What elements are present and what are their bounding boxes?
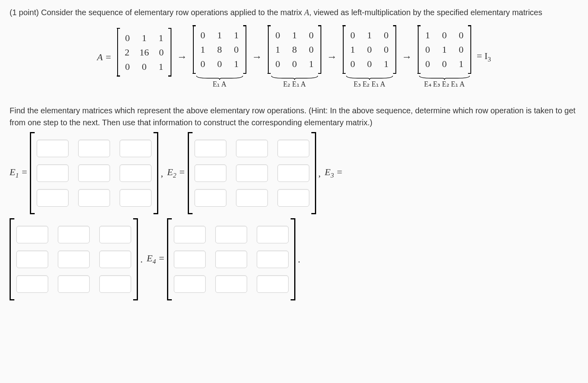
e1-cell-1-2[interactable]	[120, 164, 151, 182]
arrow-icon: →	[327, 51, 337, 63]
e2-cell-0-1[interactable]	[236, 140, 268, 157]
e3-cell-1-2[interactable]	[99, 251, 131, 268]
e3-cell-2-1[interactable]	[58, 275, 90, 293]
matrix-A-symbol: A	[304, 8, 309, 17]
e1-cell-0-1[interactable]	[78, 140, 110, 157]
e4-cell-0-2[interactable]	[257, 226, 289, 243]
e4-cell-1-1[interactable]	[215, 251, 247, 268]
e2-cell-2-0[interactable]	[195, 189, 226, 207]
e4-cell-1-0[interactable]	[174, 251, 206, 268]
matrix-step-0: 011 2160 001	[117, 28, 171, 86]
underbrace-label-1: E₁ A	[196, 75, 244, 89]
e4-cell-0-1[interactable]	[215, 226, 247, 243]
equation-row: A = 011 2160 001 → 011 180 001 E₁ A → 01…	[10, 26, 578, 89]
e4-cell-2-0[interactable]	[174, 275, 206, 293]
arrow-icon: →	[252, 51, 262, 63]
e2-cell-0-0[interactable]	[195, 140, 226, 157]
matrix-step-2: 010 180 001 E₂ E₁ A	[268, 26, 321, 89]
e2-cell-1-2[interactable]	[277, 164, 309, 182]
arrow-icon: →	[177, 51, 187, 63]
e2-cell-0-2[interactable]	[277, 140, 309, 157]
e4-cell-1-2[interactable]	[257, 251, 289, 268]
hint-text: Find the elementary matrices which repre…	[10, 105, 578, 128]
points-label: (1 point)	[10, 8, 41, 17]
e3-cell-0-1[interactable]	[58, 226, 90, 243]
answer-area: E1 = , E2 =	[10, 132, 578, 300]
e1-cell-2-0[interactable]	[37, 189, 69, 207]
e2-cell-1-1[interactable]	[236, 164, 268, 182]
e1-cell-2-1[interactable]	[78, 189, 110, 207]
e4-cell-0-0[interactable]	[174, 226, 206, 243]
e2-cell-2-2[interactable]	[277, 189, 309, 207]
prompt-text-1: Consider the sequence of elementary row …	[41, 8, 304, 17]
matrix-step-3: 010 100 001 E₃ E₂ E₁ A	[343, 26, 396, 89]
e4-cell-2-1[interactable]	[215, 275, 247, 293]
e3-cell-2-2[interactable]	[99, 275, 131, 293]
e1-cell-1-0[interactable]	[37, 164, 69, 182]
underbrace-label-3: E₃ E₂ E₁ A	[346, 75, 393, 89]
underbrace-label-4: E₄ E₃ E₂ E₁ A	[419, 75, 470, 89]
e1-cell-0-0[interactable]	[37, 140, 69, 157]
matrix-step-1: 011 180 001 E₁ A	[193, 26, 246, 89]
matrix-input-E1	[30, 132, 158, 214]
equation-lhs: A =	[97, 52, 111, 63]
problem-statement: (1 point) Consider the sequence of eleme…	[10, 6, 578, 18]
matrix-input-E2	[188, 132, 316, 214]
e3-cell-0-2[interactable]	[99, 226, 131, 243]
e1-cell-2-2[interactable]	[120, 189, 151, 207]
matrix-input-E4	[167, 219, 295, 300]
e2-cell-1-0[interactable]	[195, 164, 226, 182]
e1-cell-1-1[interactable]	[78, 164, 110, 182]
e3-cell-1-1[interactable]	[58, 251, 90, 268]
e3-cell-2-0[interactable]	[16, 275, 48, 293]
e1-cell-0-2[interactable]	[120, 140, 151, 157]
matrix-step-4: 100 010 001 E₄ E₃ E₂ E₁ A	[418, 26, 471, 89]
e4-cell-2-2[interactable]	[257, 275, 289, 293]
arrow-icon: →	[402, 51, 412, 63]
equals-identity: = I3	[477, 51, 491, 63]
e2-cell-2-1[interactable]	[236, 189, 268, 207]
matrix-input-E3	[10, 219, 138, 300]
prompt-text-1b: , viewed as left-multiplication by the s…	[309, 8, 543, 17]
e3-cell-0-0[interactable]	[16, 226, 48, 243]
underbrace-label-2: E₂ E₁ A	[271, 75, 319, 89]
e3-cell-1-0[interactable]	[16, 251, 48, 268]
